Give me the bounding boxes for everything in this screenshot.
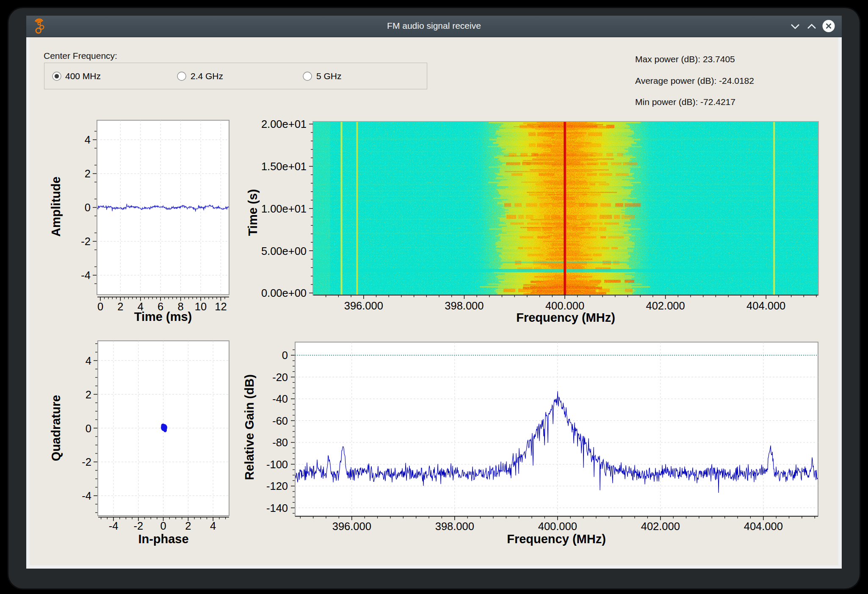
svg-text:-80: -80	[272, 437, 288, 448]
svg-text:Frequency (MHz): Frequency (MHz)	[507, 532, 606, 546]
svg-text:-100: -100	[266, 459, 288, 470]
svg-text:-140: -140	[266, 502, 288, 514]
svg-text:402.000: 402.000	[641, 520, 680, 532]
svg-text:0: 0	[282, 349, 288, 361]
svg-text:-20: -20	[272, 371, 288, 383]
svg-text:Relative Gain (dB): Relative Gain (dB)	[243, 374, 256, 480]
svg-text:-40: -40	[272, 393, 288, 405]
svg-text:-120: -120	[266, 480, 288, 492]
svg-text:404.000: 404.000	[744, 520, 783, 532]
svg-text:398.000: 398.000	[435, 520, 474, 532]
svg-text:-60: -60	[272, 415, 288, 427]
svg-text:400.000: 400.000	[538, 520, 577, 532]
svg-text:396.000: 396.000	[332, 520, 371, 532]
